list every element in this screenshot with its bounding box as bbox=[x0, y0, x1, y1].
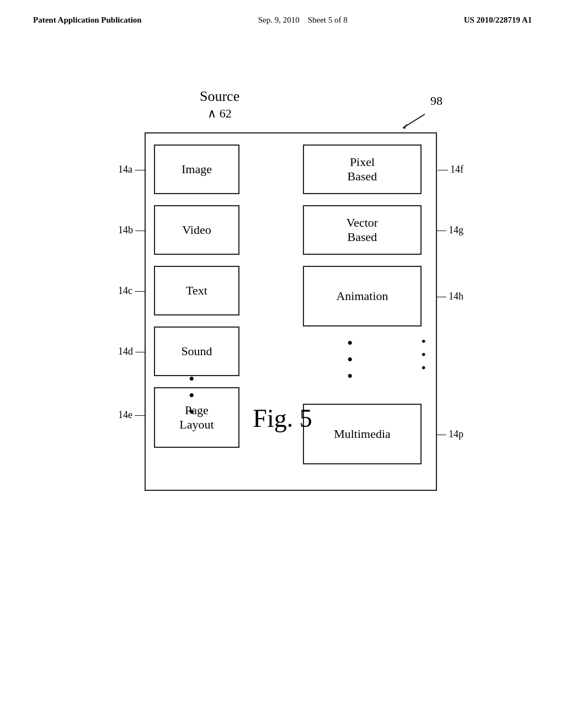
page-header: Patent Application Publication Sep. 9, 2… bbox=[0, 0, 565, 25]
label-14a: 14a — bbox=[118, 164, 145, 175]
box-sound: Sound bbox=[154, 326, 239, 376]
patent-number: US 2010/228719 A1 bbox=[464, 15, 532, 25]
dots-far-right: ••• bbox=[422, 335, 426, 374]
box-text: Text bbox=[154, 266, 239, 315]
fig-caption: Fig. 5 bbox=[89, 404, 476, 433]
source-num: ∧ 62 bbox=[207, 106, 232, 120]
ref-98: 98 bbox=[430, 94, 443, 108]
dots-right: ••• bbox=[347, 335, 353, 384]
box-vector-based: VectorBased bbox=[303, 205, 422, 255]
pub-date: Sep. 9, 2010 bbox=[258, 15, 300, 24]
svg-marker-1 bbox=[403, 124, 407, 129]
label-14h: — 14h bbox=[436, 291, 464, 302]
date-sheet: Sep. 9, 2010 Sheet 5 of 8 bbox=[258, 15, 348, 25]
box-animation: Animation bbox=[303, 266, 422, 326]
box-image: Image bbox=[154, 144, 239, 194]
outer-box: 14a — 14b — 14c — 14d — 14e — Image Vide… bbox=[145, 132, 437, 491]
box-pixel-based: PixelBased bbox=[303, 144, 422, 194]
publication-title: Patent Application Publication bbox=[33, 15, 142, 25]
source-label: Source ∧ 62 bbox=[200, 88, 239, 121]
sheet-info: Sheet 5 of 8 bbox=[308, 15, 348, 24]
box-video: Video bbox=[154, 205, 239, 255]
label-14b: 14b — bbox=[118, 224, 146, 236]
label-14d: 14d — bbox=[118, 346, 146, 357]
label-14g: — 14g bbox=[436, 224, 464, 236]
ref-98-arrow bbox=[397, 111, 430, 133]
diagram-area: Source ∧ 62 98 14a — 14b — 14c — 14d — 1… bbox=[0, 88, 565, 518]
label-14c: 14c — bbox=[118, 285, 145, 297]
diagram-container: Source ∧ 62 98 14a — 14b — 14c — 14d — 1… bbox=[89, 88, 476, 518]
label-14f: — 14f bbox=[438, 164, 464, 175]
